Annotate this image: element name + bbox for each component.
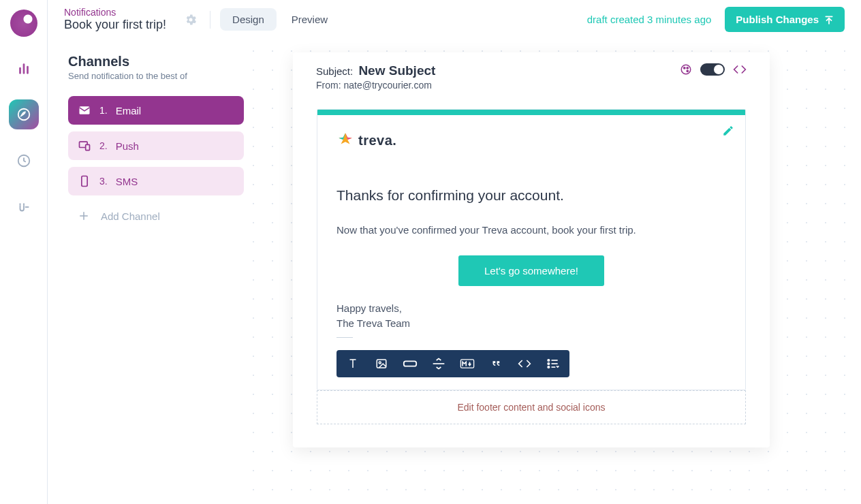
channel-item-sms[interactable]: 3. SMS	[68, 167, 244, 195]
channel-num: 3.	[99, 176, 108, 187]
channel-label: SMS	[116, 176, 138, 187]
toolbar-image-icon[interactable]	[373, 356, 390, 372]
toolbar-markdown-icon[interactable]	[459, 356, 475, 372]
draft-status: draft created 3 minutes ago	[587, 14, 712, 25]
code-view-icon[interactable]	[733, 65, 747, 74]
svg-point-15	[684, 67, 685, 69]
breadcrumb[interactable]: Notifications	[64, 7, 166, 18]
brand-logo-row: treva.	[336, 131, 726, 149]
divider	[210, 11, 210, 29]
tab-preview[interactable]: Preview	[279, 8, 340, 31]
channel-num: 2.	[99, 140, 108, 151]
brand-logo[interactable]	[10, 10, 37, 37]
add-channel-label: Add Channel	[101, 210, 160, 222]
toolbar-text-icon[interactable]	[345, 356, 361, 372]
channel-label: Push	[116, 140, 139, 152]
subject-label: Subject:	[316, 65, 353, 77]
channel-item-push[interactable]: 2. Push	[68, 131, 244, 160]
nav-integrations-icon[interactable]	[9, 192, 39, 222]
signoff-line2[interactable]: The Treva Team	[336, 316, 726, 331]
nav-designer-icon[interactable]	[9, 99, 39, 129]
publish-button[interactable]: Publish Changes	[725, 7, 845, 32]
edit-pencil-icon[interactable]	[722, 125, 734, 137]
email-card: Subject: New Subject From: nate@trycouri…	[293, 52, 770, 447]
svg-point-16	[687, 67, 688, 69]
brand-palette-icon[interactable]	[680, 63, 692, 76]
svg-rect-18	[377, 360, 386, 368]
cta-button[interactable]: Let's go somewhere!	[458, 255, 604, 286]
svg-rect-10	[86, 144, 90, 150]
accent-bar	[317, 110, 745, 115]
dark-mode-toggle[interactable]	[700, 63, 725, 76]
toolbar-button-icon[interactable]	[402, 356, 418, 372]
channels-heading: Channels	[68, 54, 244, 69]
from-value[interactable]: nate@trycourier.com	[343, 80, 431, 91]
channel-item-email[interactable]: 1. Email	[68, 96, 244, 125]
nav-history-icon[interactable]	[9, 146, 39, 176]
svg-point-19	[379, 362, 381, 364]
channels-subheading: Send notification to the best of	[68, 71, 244, 81]
svg-rect-11	[82, 176, 87, 187]
block-toolbar	[336, 350, 569, 377]
edit-footer-button[interactable]: Edit footer content and social icons	[317, 390, 746, 424]
channel-label: Email	[116, 105, 142, 116]
nav-analytics-icon[interactable]	[9, 53, 39, 83]
from-label: From:	[316, 80, 341, 91]
toolbar-code-icon[interactable]	[516, 356, 533, 372]
subject-value[interactable]: New Subject	[358, 63, 435, 78]
settings-gear-icon[interactable]	[181, 10, 200, 29]
email-body[interactable]: treva. Thanks for confirming your accoun…	[317, 109, 746, 390]
toolbar-quote-icon[interactable]	[488, 356, 504, 372]
svg-rect-20	[404, 362, 416, 366]
svg-point-17	[687, 70, 688, 72]
tab-design[interactable]: Design	[220, 8, 277, 31]
svg-point-27	[548, 366, 550, 368]
edit-footer-label: Edit footer content and social icons	[457, 402, 605, 413]
email-heading[interactable]: Thanks for confirming your account.	[336, 187, 726, 204]
channel-num: 1.	[99, 105, 108, 116]
toolbar-divider-icon[interactable]	[430, 356, 447, 372]
toolbar-list-icon[interactable]	[545, 356, 561, 372]
svg-point-25	[548, 363, 550, 365]
publish-button-label: Publish Changes	[736, 14, 819, 25]
signoff-line1[interactable]: Happy travels,	[336, 301, 726, 316]
svg-point-23	[548, 360, 550, 362]
page-title: Book your first trip!	[64, 18, 166, 32]
add-channel-button[interactable]: Add Channel	[68, 202, 244, 230]
email-body-text[interactable]: Now that you've confirmed your Treva acc…	[336, 223, 726, 238]
svg-point-14	[681, 65, 691, 74]
brand-logo-text: treva.	[358, 133, 396, 148]
